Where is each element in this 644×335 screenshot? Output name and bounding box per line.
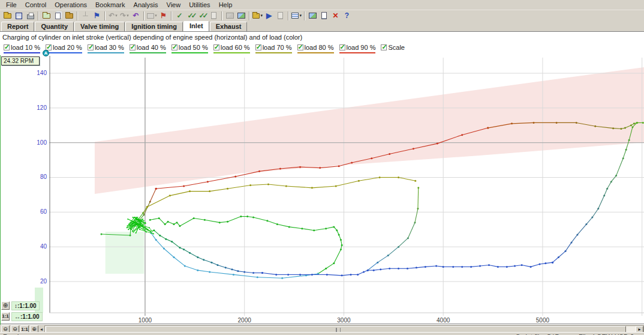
print-icon bbox=[27, 14, 34, 19]
filter-label: load 70 % bbox=[263, 44, 292, 51]
scrollbar-thumb[interactable] bbox=[46, 326, 626, 333]
checkbox-icon[interactable] bbox=[88, 44, 94, 50]
tab-ignition-timing[interactable]: Ignition timing bbox=[125, 22, 183, 31]
save-button[interactable] bbox=[13, 11, 25, 21]
print-button[interactable] bbox=[25, 11, 36, 21]
toolbar-separator bbox=[77, 11, 78, 20]
filter-label: Scale bbox=[388, 44, 405, 51]
filter-scale[interactable]: Scale bbox=[381, 44, 405, 53]
filter-load-20-pct[interactable]: load 20 % bbox=[46, 44, 82, 53]
report-doc-button bbox=[208, 11, 219, 21]
filter-load-50-pct[interactable]: load 50 % bbox=[171, 44, 208, 53]
dropdown-caret-icon: ▾ bbox=[115, 13, 118, 18]
filter-label: load 40 % bbox=[137, 44, 166, 51]
copy-pages-icon bbox=[55, 13, 61, 19]
filter-load-90-pct[interactable]: load 90 % bbox=[339, 44, 376, 53]
chart-view-button[interactable] bbox=[307, 11, 318, 21]
filter-load-60-pct[interactable]: load 60 % bbox=[213, 44, 250, 53]
filter-load-30-pct[interactable]: load 30 % bbox=[88, 44, 124, 53]
menu-item-bookmark[interactable]: Bookmark bbox=[91, 1, 130, 9]
dropdown-caret-icon: ▾ bbox=[260, 13, 263, 18]
filter-label: load 60 % bbox=[221, 44, 250, 51]
toolbar-separator bbox=[288, 11, 289, 20]
save-icon bbox=[16, 13, 22, 19]
y-tick-label: 40 bbox=[40, 243, 47, 250]
tab-report[interactable]: Report bbox=[1, 22, 34, 31]
undo-button[interactable]: ↶ bbox=[130, 11, 142, 21]
zone-idle-zone bbox=[106, 232, 145, 274]
open-project-button[interactable]: ▾ bbox=[252, 11, 263, 21]
delete-button[interactable]: ✕ bbox=[330, 11, 341, 21]
import-folder-button[interactable] bbox=[64, 11, 75, 21]
stop-doc-icon bbox=[278, 12, 283, 19]
export-folder-icon bbox=[43, 13, 50, 19]
accept-all-button[interactable]: ✓✓ bbox=[185, 11, 197, 21]
validate-all-button[interactable]: ✓✓ bbox=[197, 11, 208, 21]
chart-panel[interactable]: 24.32 RPM A 2040608010012014010002000300… bbox=[0, 55, 644, 325]
app-window: { "menu": { "items": ["File","Control","… bbox=[0, 0, 644, 335]
accept-icon: ✓ bbox=[176, 12, 182, 19]
menu-item-control[interactable]: Control bbox=[21, 1, 50, 9]
pan-image-button[interactable] bbox=[236, 11, 247, 21]
run-icon: ▶ bbox=[266, 12, 272, 19]
reset-scale-button[interactable]: 1:1 bbox=[1, 312, 10, 321]
dropdown-caret-icon: ▾ bbox=[127, 13, 129, 18]
display-mode-button: ▾ bbox=[146, 11, 158, 21]
accept-button[interactable]: ✓ bbox=[174, 11, 185, 21]
checkbox-icon[interactable] bbox=[130, 44, 136, 50]
bookmark-flag-button[interactable]: ⚑ bbox=[91, 11, 103, 21]
filter-load-10-pct[interactable]: load 10 % bbox=[4, 44, 40, 53]
mini-left-arrow-icon[interactable]: ◂ bbox=[40, 327, 43, 332]
channels-button[interactable]: ▾ bbox=[291, 11, 302, 21]
notes-doc-button[interactable] bbox=[318, 11, 330, 21]
checkbox-icon[interactable] bbox=[213, 44, 219, 50]
toolbar-separator bbox=[221, 11, 222, 20]
checkbox-icon[interactable] bbox=[381, 44, 387, 50]
series-load10-bottom bbox=[261, 262, 553, 277]
toolbar-separator bbox=[304, 11, 305, 20]
scale-readout: ↔:1:1.00 bbox=[11, 312, 43, 321]
zoom-in-vertical-button[interactable]: ⊕ bbox=[1, 301, 10, 310]
help-button[interactable]: ? bbox=[341, 11, 353, 21]
open-button[interactable] bbox=[2, 11, 13, 21]
menu-item-analysis[interactable]: Analysis bbox=[130, 1, 162, 9]
annotation-a-badge[interactable]: A bbox=[43, 50, 49, 56]
import-folder-icon bbox=[65, 13, 73, 19]
tab-inlet[interactable]: Inlet bbox=[183, 21, 209, 31]
toolbar-separator bbox=[104, 11, 106, 20]
marker-flag-icon: ⚑ bbox=[160, 12, 167, 19]
toolbar-separator bbox=[171, 11, 172, 20]
open-project-icon bbox=[252, 13, 260, 19]
menu-item-file[interactable]: File bbox=[2, 1, 21, 9]
menu-item-utilities[interactable]: Utilities bbox=[185, 1, 214, 9]
copy-pages-button[interactable] bbox=[52, 11, 64, 21]
series-load30-return bbox=[150, 232, 318, 279]
tab-quantity[interactable]: Quantity bbox=[35, 22, 74, 31]
chart-plot[interactable]: 2040608010012014010002000300040005000 bbox=[0, 55, 644, 325]
menu-item-view[interactable]: View bbox=[162, 1, 185, 9]
series-load70-descent bbox=[367, 187, 420, 271]
menu-item-operations[interactable]: Operations bbox=[50, 1, 91, 9]
image-button bbox=[224, 11, 236, 21]
tab-valve-timing[interactable]: Valve timing bbox=[74, 22, 125, 31]
checkbox-icon[interactable] bbox=[255, 44, 261, 50]
run-button[interactable]: ▶ bbox=[263, 11, 275, 21]
filter-label: load 80 % bbox=[305, 44, 334, 51]
filter-load-80-pct[interactable]: load 80 % bbox=[297, 44, 334, 53]
x-tick-label: 4000 bbox=[437, 317, 450, 324]
checkbox-icon[interactable] bbox=[339, 44, 345, 50]
export-folder-button[interactable] bbox=[41, 11, 52, 21]
marker-flag-button[interactable]: ⚑ bbox=[158, 11, 169, 21]
display-mode-icon bbox=[147, 13, 154, 19]
y-tick-label: 60 bbox=[40, 208, 47, 215]
scrollbar-right-arrow[interactable]: ▸ bbox=[636, 326, 643, 333]
tab-exhaust[interactable]: Exhaust bbox=[210, 22, 248, 31]
checkbox-icon[interactable] bbox=[297, 44, 303, 50]
rpm-readout: 24.32 RPM bbox=[1, 56, 40, 65]
filter-load-40-pct[interactable]: load 40 % bbox=[130, 44, 166, 53]
x-tick-label: 1000 bbox=[139, 317, 152, 324]
checkbox-icon[interactable] bbox=[4, 44, 10, 50]
filter-load-70-pct[interactable]: load 70 % bbox=[255, 44, 292, 53]
menu-item-help[interactable]: Help bbox=[215, 1, 237, 9]
checkbox-icon[interactable] bbox=[171, 44, 177, 50]
